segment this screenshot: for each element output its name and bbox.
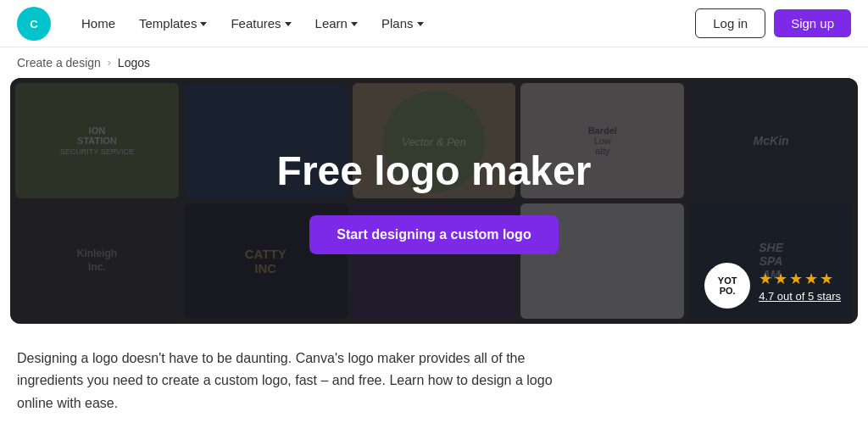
login-button[interactable]: Log in xyxy=(695,8,765,38)
nav-templates[interactable]: Templates xyxy=(129,9,217,37)
nav-learn[interactable]: Learn xyxy=(305,9,368,37)
rating-text: 4.7 out of 5 stars xyxy=(759,290,841,303)
nav-links: Home Templates Features Learn Plans xyxy=(71,9,695,37)
breadcrumb: Create a design › Logos xyxy=(0,47,868,78)
canva-logo[interactable]: C xyxy=(17,7,51,41)
breadcrumb-parent[interactable]: Create a design xyxy=(17,56,101,70)
star-1: ★ xyxy=(759,270,772,288)
yotpo-badge: YOTPO. ★ ★ ★ ★ ★ 4.7 out of 5 stars xyxy=(704,263,841,309)
features-chevron-icon xyxy=(285,22,292,26)
plans-chevron-icon xyxy=(417,22,424,26)
star-2: ★ xyxy=(774,270,787,288)
breadcrumb-separator: › xyxy=(108,57,111,69)
breadcrumb-current: Logos xyxy=(118,56,150,70)
hero-cta-button[interactable]: Start designing a custom logo xyxy=(309,215,558,254)
yotpo-rating: ★ ★ ★ ★ ★ 4.7 out of 5 stars xyxy=(759,270,841,303)
learn-chevron-icon xyxy=(351,22,358,26)
hero-title: Free logo maker xyxy=(277,147,592,194)
star-3: ★ xyxy=(789,270,803,288)
templates-chevron-icon xyxy=(200,22,207,26)
signup-button[interactable]: Sign up xyxy=(774,9,851,37)
star-5: ★ xyxy=(820,270,833,288)
svg-text:C: C xyxy=(30,17,38,30)
nav-features[interactable]: Features xyxy=(220,9,301,37)
star-rating: ★ ★ ★ ★ ★ xyxy=(759,270,841,288)
description-paragraph: Designing a logo doesn't have to be daun… xyxy=(17,348,559,414)
hero-banner: IONSTATIONSECURITY SERVICE BardelLowalty… xyxy=(10,78,858,324)
nav-actions: Log in Sign up xyxy=(695,8,851,38)
nav-home[interactable]: Home xyxy=(71,9,125,37)
navbar: C Home Templates Features Learn Plans Lo… xyxy=(0,0,868,47)
nav-plans[interactable]: Plans xyxy=(371,9,434,37)
yotpo-logo: YOTPO. xyxy=(704,263,750,309)
description-text: Designing a logo doesn't have to be daun… xyxy=(0,324,576,431)
star-4: ★ xyxy=(804,270,818,288)
